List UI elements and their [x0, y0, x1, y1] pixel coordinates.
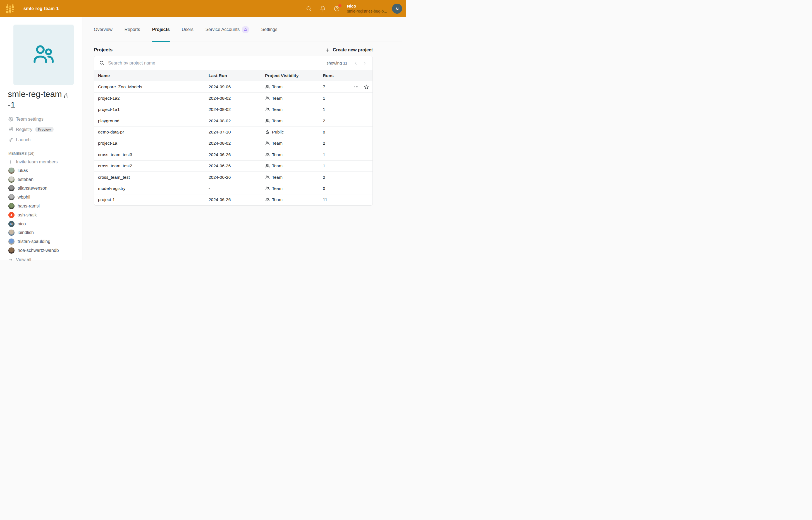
member-list-item[interactable]: wbphil	[0, 193, 82, 202]
team-visibility-icon	[265, 96, 270, 101]
column-header-name: Name	[94, 73, 209, 78]
invite-team-members-button[interactable]: Invite team members	[0, 158, 82, 166]
table-row[interactable]: Compare_Zoo_Models 2024-09-06 Team 7	[94, 81, 372, 93]
tab-overview[interactable]: Overview	[94, 17, 112, 42]
member-avatar: N	[8, 221, 15, 227]
table-row[interactable]: project-1 2024-06-26 Team 11	[94, 194, 372, 205]
user-avatar[interactable]: N	[392, 4, 402, 14]
project-runs-count: 2	[323, 119, 353, 124]
column-header-runs: Runs	[323, 73, 353, 78]
team-visibility-icon	[265, 84, 270, 89]
wandb-logo-icon[interactable]	[3, 2, 17, 15]
notifications-bell-icon[interactable]	[320, 6, 326, 12]
project-name-link[interactable]: project-1a	[94, 141, 209, 146]
sidebar-item-registry[interactable]: Registry Preview	[0, 124, 82, 135]
project-name-link[interactable]: cross_team_test2	[94, 163, 209, 168]
member-list-item[interactable]: tristan-spaulding	[0, 237, 82, 246]
project-last-run: 2024-06-26	[209, 175, 265, 180]
member-list-item[interactable]: lukas	[0, 166, 82, 175]
table-row[interactable]: project-1a1 2024-08-02 Team 1	[94, 104, 372, 115]
project-runs-count: 8	[323, 130, 353, 135]
table-row[interactable]: model-registry - Team 0	[94, 183, 372, 194]
table-row[interactable]: project-1a2 2024-08-02 Team 1	[94, 93, 372, 104]
project-visibility: Team	[265, 163, 323, 168]
project-visibility: Team	[265, 84, 323, 89]
create-new-project-button[interactable]: Create new project	[325, 48, 373, 52]
project-name-link[interactable]: playground	[94, 119, 209, 124]
project-runs-count: 0	[323, 186, 353, 191]
tab-service-accounts[interactable]: Service Accounts	[206, 17, 250, 42]
sidebar-item-team-settings[interactable]: Team settings	[0, 114, 82, 124]
project-name-link[interactable]: project-1	[94, 197, 209, 202]
showing-count: showing 11	[326, 60, 347, 66]
member-list-item[interactable]: ibindlish	[0, 229, 82, 237]
table-body: Compare_Zoo_Models 2024-09-06 Team 7 pro…	[94, 81, 372, 205]
team-visibility-icon	[265, 141, 270, 146]
project-visibility: Team	[265, 152, 323, 157]
members-list: lukas esteban allanstevenson wbphil hans…	[0, 166, 82, 255]
star-icon[interactable]	[364, 84, 369, 89]
team-visibility-icon	[265, 107, 270, 112]
project-runs-count: 1	[323, 96, 353, 101]
member-avatar	[8, 177, 15, 183]
previous-page-button[interactable]	[353, 60, 359, 67]
table-row[interactable]: project-1a 2024-08-02 Team 2	[94, 138, 372, 149]
sidebar-menu: Team settings Registry Preview Launch	[0, 114, 82, 145]
gear-icon	[8, 117, 13, 122]
project-runs-count: 11	[323, 197, 353, 202]
next-page-button[interactable]	[361, 60, 368, 67]
project-search-input[interactable]	[108, 60, 326, 66]
member-avatar	[8, 185, 15, 191]
project-runs-count: 2	[323, 175, 353, 180]
table-row[interactable]: playground 2024-08-02 Team 2	[94, 115, 372, 126]
sidebar-item-launch[interactable]: Launch	[0, 135, 82, 145]
project-runs-count: 2	[323, 141, 353, 146]
member-list-item[interactable]: noa-schwartz-wandb	[0, 246, 82, 255]
table-header: Name Last Run Project Visibility Runs	[94, 70, 372, 81]
table-row[interactable]: cross_team_test2 2024-06-26 Team 1	[94, 160, 372, 172]
projects-table-card: showing 11 Name Last Run Project Visibil…	[94, 56, 373, 206]
member-avatar: A	[8, 212, 15, 218]
search-icon[interactable]	[306, 6, 312, 12]
help-icon[interactable]	[334, 6, 340, 12]
table-row[interactable]: cross_team_test3 2024-06-26 Team 1	[94, 149, 372, 160]
member-avatar	[8, 238, 15, 245]
project-last-run: 2024-06-26	[209, 163, 265, 168]
notification-dot	[338, 4, 341, 7]
main-content: Overview Reports Projects Users Service …	[83, 17, 406, 260]
project-name-link[interactable]: demo-data-pr	[94, 130, 209, 135]
project-name-link[interactable]: cross_team_test	[94, 175, 209, 180]
preview-badge: Preview	[35, 127, 54, 132]
project-name-link[interactable]: project-1a2	[94, 96, 209, 101]
member-list-item[interactable]: A ash-shaik	[0, 211, 82, 219]
table-row[interactable]: cross_team_test 2024-06-26 Team 2	[94, 172, 372, 183]
share-icon[interactable]	[63, 93, 69, 99]
member-list-item[interactable]: N nico	[0, 219, 82, 229]
team-visibility-icon	[265, 175, 270, 180]
tab-projects[interactable]: Projects	[152, 17, 170, 42]
tab-users[interactable]: Users	[182, 17, 193, 42]
tab-reports[interactable]: Reports	[125, 17, 140, 42]
tab-settings[interactable]: Settings	[261, 17, 277, 42]
row-overflow-menu-icon[interactable]	[353, 84, 359, 89]
project-last-run: 2024-06-26	[209, 152, 265, 157]
project-name-link[interactable]: project-1a1	[94, 107, 209, 112]
registry-icon	[8, 127, 13, 132]
table-row[interactable]: demo-data-pr 2024-07-10 Public 8	[94, 126, 372, 137]
member-list-item[interactable]: allanstevenson	[0, 184, 82, 193]
arrow-right-icon	[8, 258, 13, 260]
project-runs-count: 1	[323, 152, 353, 157]
project-last-run: 2024-08-02	[209, 107, 265, 112]
project-name-link[interactable]: model-registry	[94, 186, 209, 191]
project-visibility: Team	[265, 186, 323, 191]
project-runs-count: 7	[323, 84, 353, 89]
project-last-run: 2024-06-26	[209, 197, 265, 202]
project-last-run: 2024-08-02	[209, 96, 265, 101]
project-name-link[interactable]: Compare_Zoo_Models	[94, 84, 209, 89]
member-list-item[interactable]: hans-ramsl	[0, 202, 82, 211]
user-menu[interactable]: Nico smle-registries-bug-b...	[347, 4, 387, 14]
project-name-link[interactable]: cross_team_test3	[94, 152, 209, 157]
view-all-members-link[interactable]: View all	[0, 256, 82, 260]
members-section-label: MEMBERS (16)	[8, 152, 82, 156]
member-list-item[interactable]: esteban	[0, 175, 82, 184]
